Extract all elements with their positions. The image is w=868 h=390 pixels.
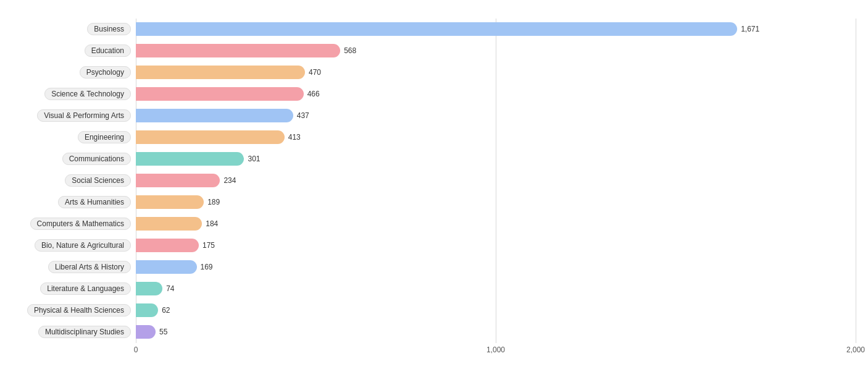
bar-track: 175 [136, 239, 856, 252]
label-pill: Engineering [78, 131, 131, 143]
bar-row: Communications301 [12, 148, 856, 169]
bar-fill [136, 87, 304, 101]
bar-row: Visual & Performing Arts437 [12, 105, 856, 125]
bar-fill [136, 260, 197, 274]
bar-label: Arts & Humanities [12, 198, 136, 206]
bar-label: Science & Technology [12, 90, 136, 98]
bar-row: Physical & Health Sciences62 [12, 300, 856, 320]
bar-row: Science & Technology466 [12, 83, 856, 104]
bar-value: 184 [206, 219, 218, 228]
label-pill: Physical & Health Sciences [27, 304, 131, 316]
bar-track: 413 [136, 130, 856, 144]
bar-label: Social Sciences [12, 176, 136, 185]
bar-track: 301 [136, 152, 856, 166]
bar-value: 175 [202, 241, 215, 250]
bar-label: Communications [12, 155, 136, 163]
bar-track: 62 [136, 303, 856, 317]
bar-label: Literature & Languages [12, 284, 136, 293]
label-pill: Visual & Performing Arts [37, 109, 131, 122]
bar-track: 184 [136, 217, 856, 231]
bar-value: 189 [207, 198, 220, 206]
label-pill: Science & Technology [44, 88, 131, 100]
bar-fill [136, 152, 244, 166]
bar-label: Liberal Arts & History [12, 263, 136, 271]
bar-value: 437 [297, 111, 309, 120]
bar-track: 189 [136, 195, 856, 209]
chart-container: Business1,671Education568Psychology470Sc… [0, 0, 868, 390]
bar-fill [136, 325, 156, 339]
bar-value: 466 [307, 90, 320, 98]
bar-track: 74 [136, 282, 856, 295]
label-pill: Liberal Arts & History [48, 261, 131, 273]
x-axis-tick: 1,000 [486, 345, 505, 354]
bar-value: 413 [288, 133, 301, 142]
bar-value: 55 [159, 328, 167, 336]
bar-row: Engineering413 [12, 127, 856, 147]
bar-fill [136, 174, 220, 187]
bar-fill [136, 217, 202, 231]
label-pill: Psychology [80, 66, 131, 78]
bar-track: 568 [136, 44, 856, 57]
bar-label: Business [12, 25, 136, 33]
bar-row: Liberal Arts & History169 [12, 256, 856, 277]
bar-value: 62 [162, 306, 170, 315]
bar-label: Education [12, 46, 136, 55]
bar-value: 74 [166, 284, 174, 293]
bar-value: 169 [201, 263, 213, 271]
bar-row: Education568 [12, 40, 856, 61]
bar-value: 568 [344, 46, 356, 55]
bar-value: 1,671 [741, 25, 759, 33]
bar-fill [136, 44, 340, 57]
bar-track: 1,671 [136, 22, 856, 36]
bar-fill [136, 282, 162, 295]
bar-track: 437 [136, 109, 856, 122]
label-pill: Bio, Nature & Agricultural [35, 239, 131, 252]
x-axis-tick: 2,000 [846, 345, 865, 354]
x-axis: 01,0002,000 [136, 345, 856, 360]
bar-track: 470 [136, 66, 856, 79]
bar-label: Multidisciplinary Studies [12, 328, 136, 336]
bar-row: Business1,671 [12, 19, 856, 39]
chart-area: Business1,671Education568Psychology470Sc… [12, 19, 856, 343]
bar-track: 169 [136, 260, 856, 274]
label-pill: Education [85, 45, 131, 57]
bar-label: Computers & Mathematics [12, 219, 136, 228]
bar-row: Computers & Mathematics184 [12, 213, 856, 234]
bar-fill [136, 109, 293, 122]
bar-label: Visual & Performing Arts [12, 111, 136, 120]
bar-label: Bio, Nature & Agricultural [12, 241, 136, 250]
bar-fill [136, 239, 199, 252]
bar-fill [136, 22, 737, 36]
bar-row: Literature & Languages74 [12, 278, 856, 299]
bar-label: Psychology [12, 68, 136, 77]
label-pill: Social Sciences [65, 174, 131, 187]
bar-row: Psychology470 [12, 62, 856, 82]
bar-value: 301 [248, 155, 260, 163]
label-pill: Business [87, 23, 131, 35]
bar-row: Bio, Nature & Agricultural175 [12, 235, 856, 255]
bar-label: Physical & Health Sciences [12, 306, 136, 315]
label-pill: Computers & Mathematics [30, 218, 131, 230]
label-pill: Arts & Humanities [58, 196, 131, 208]
bar-fill [136, 195, 204, 209]
bar-value: 470 [309, 68, 321, 77]
x-axis-tick: 0 [134, 345, 138, 354]
bar-row: Social Sciences234 [12, 170, 856, 190]
bar-value: 234 [223, 176, 236, 185]
bar-fill [136, 130, 285, 144]
label-pill: Multidisciplinary Studies [38, 326, 131, 338]
bar-track: 234 [136, 174, 856, 187]
label-pill: Communications [62, 153, 131, 165]
bar-track: 466 [136, 87, 856, 101]
label-pill: Literature & Languages [40, 282, 131, 295]
bar-fill [136, 303, 158, 317]
bar-label: Engineering [12, 133, 136, 142]
bar-fill [136, 66, 305, 79]
bar-row: Arts & Humanities189 [12, 192, 856, 212]
bar-track: 55 [136, 325, 856, 339]
bar-row: Multidisciplinary Studies55 [12, 321, 856, 342]
